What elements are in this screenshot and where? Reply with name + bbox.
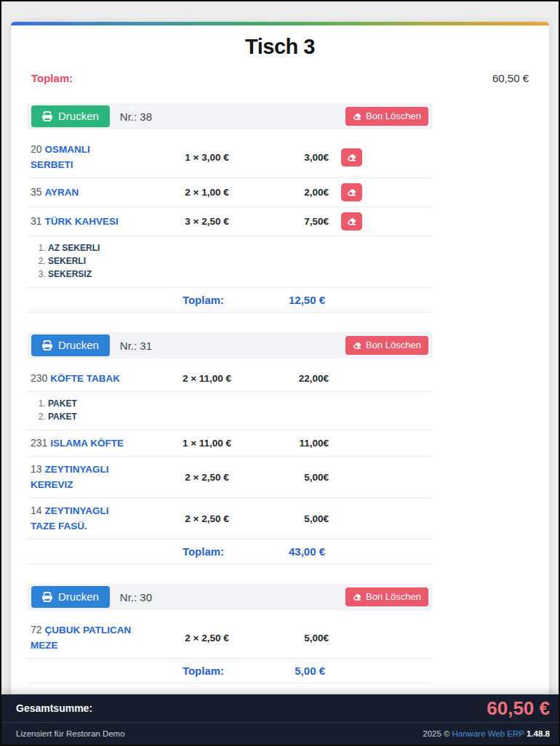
table-total-value: 60,50 € [492,72,529,84]
item-name-cell: 20 OSMANLI SERBETI [31,142,132,172]
gradient-topbar [11,22,549,25]
receipt-total-value: 12,50 € [278,294,325,306]
item-total: 5,00€ [281,472,329,483]
item-qty-price: 2 × 11,00 € [132,373,281,384]
delete-item-button[interactable] [341,212,362,230]
item-total: 5,00€ [281,633,329,643]
item-options-list: PAKETPAKET [27,392,433,430]
printer-icon [42,111,52,121]
item-row: 35 AYRAN2 × 1,00 €2,00€ [27,178,433,207]
item-name-cell: 14 ZEYTINYAGLI TAZE FASÜ. [31,503,132,534]
item-row: 13 ZEYTINYAGLI KEREVIZ2 × 2,50 €5,00€ [27,457,433,498]
license-text: Lizensiert für Restoran Demo [16,729,125,738]
item-qty-price: 1 × 3,00 € [132,152,281,163]
item-name: AYRAN [44,187,79,198]
item-name: ISLAMA KÖFTE [50,438,124,449]
delete-item-button[interactable] [341,148,362,167]
item-qty-price: 2 × 2,50 € [132,513,281,524]
item-name-cell: 230 KÖFTE TABAK [31,371,132,386]
print-button[interactable]: Drucken [31,105,110,127]
version-text: 1.48.8 [527,729,550,738]
item-row: 31 TÜRK KAHVESI3 × 2,50 €7,50€ [27,207,433,236]
item-option: PAKET [48,410,433,423]
eraser-icon [347,153,356,162]
item-code: 231 [31,437,47,449]
item-code: 230 [31,372,47,384]
table-total-row: Toplam: 60,50 € [11,72,549,84]
item-name: ÇUBUK PATLICAN MEZE [31,625,131,651]
item-row: 20 OSMANLI SERBETI1 × 3,00 €3,00€ [27,137,433,178]
print-button[interactable]: Drucken [31,334,110,356]
receipt-total-label: Toplam: [129,665,278,677]
footer-bottom-bar: Lizensiert für Restoran Demo 2025 ©Hanwa… [1,723,559,744]
item-total: 3,00€ [281,152,329,163]
item-row: 230 KÖFTE TABAK2 × 11,00 €22,00€ [27,366,433,392]
receipt: DruckenNr.: 38Bon Löschen20 OSMANLI SERB… [27,103,433,313]
item-qty-price: 2 × 2,50 € [132,633,281,643]
item-total: 5,00€ [281,513,329,524]
eraser-icon [347,188,356,197]
receipt-number: Nr.: 38 [120,111,152,123]
item-option: SEKERLI [48,254,433,268]
receipt-total-row: Toplam:43,00 € [27,540,433,564]
item-name: KÖFTE TABAK [50,373,120,384]
page: Tisch 3 Toplam: 60,50 € DruckenNr.: 38Bo… [0,0,560,746]
item-code: 35 [31,186,42,198]
item-row: 231 ISLAMA KÖFTE1 × 11,00 €11,00€ [27,430,433,457]
delete-button-label: Bon Löschen [366,340,421,352]
delete-receipt-button[interactable]: Bon Löschen [345,336,428,356]
item-code: 31 [31,215,42,227]
item-qty-price: 1 × 11,00 € [132,438,281,449]
receipts-list: DruckenNr.: 38Bon Löschen20 OSMANLI SERB… [27,103,433,683]
receipt-total-row: Toplam:12,50 € [27,288,433,313]
item-total: 2,00€ [281,187,329,198]
print-button-label: Drucken [58,590,99,603]
printer-icon [42,592,52,602]
item-code: 14 [31,505,42,516]
item-name-cell: 35 AYRAN [31,185,132,200]
brand-link[interactable]: Hanware Web ERP [452,729,525,738]
item-action-cell [329,183,433,201]
item-name: ZEYTINYAGLI TAZE FASÜ. [31,505,108,532]
item-qty-price: 3 × 2,50 € [132,216,281,227]
item-options-list: AZ SEKERLISEKERLISEKERSIZ [27,236,433,288]
delete-button-label: Bon Löschen [366,591,421,603]
print-button-label: Drucken [58,110,99,123]
copyright-text: 2025 ©Hanware Web ERP1.48.8 [423,729,550,738]
grand-total-label: Gesamtsumme: [16,702,92,714]
table-total-label: Toplam: [31,72,73,84]
eraser-icon [353,593,361,601]
receipt-total-row: Toplam:5,00 € [27,659,433,683]
item-option: AZ SEKERLI [48,241,433,254]
table-card: Tisch 3 Toplam: 60,50 € DruckenNr.: 38Bo… [11,22,549,745]
grand-total-bar: Gesamtsumme: 60,50 € [1,694,559,723]
delete-receipt-button[interactable]: Bon Löschen [345,587,428,607]
receipt-header: DruckenNr.: 38Bon Löschen [27,103,433,129]
receipt-total-label: Toplam: [129,545,278,558]
eraser-icon [353,112,361,121]
item-name: ZEYTINYAGLI KEREVIZ [31,464,108,490]
item-name-cell: 31 TÜRK KAHVESI [31,214,132,229]
delete-receipt-button[interactable]: Bon Löschen [345,107,428,127]
item-code: 72 [31,624,42,635]
item-action-cell [329,212,433,230]
item-qty-price: 2 × 1,00 € [132,187,281,198]
copyright-year: 2025 © [423,729,449,738]
delete-button-label: Bon Löschen [366,111,421,123]
item-option: SEKERSIZ [48,268,433,281]
receipt-total-value: 5,00 € [278,665,325,677]
item-name-cell: 72 ÇUBUK PATLICAN MEZE [31,622,132,653]
item-name: TÜRK KAHVESI [44,216,118,227]
item-row: 72 ÇUBUK PATLICAN MEZE2 × 2,50 €5,00€ [27,617,433,659]
eraser-icon [347,217,356,226]
receipt-number: Nr.: 31 [120,340,152,352]
print-button[interactable]: Drucken [31,586,110,608]
item-option: PAKET [48,397,433,410]
eraser-icon [353,341,361,350]
grand-total-value: 60,50 € [487,697,550,720]
delete-item-button[interactable] [341,183,362,201]
item-name-cell: 231 ISLAMA KÖFTE [31,436,132,451]
page-title: Tisch 3 [11,35,549,59]
receipt-total-label: Toplam: [129,294,278,306]
receipt-number: Nr.: 30 [120,591,152,603]
